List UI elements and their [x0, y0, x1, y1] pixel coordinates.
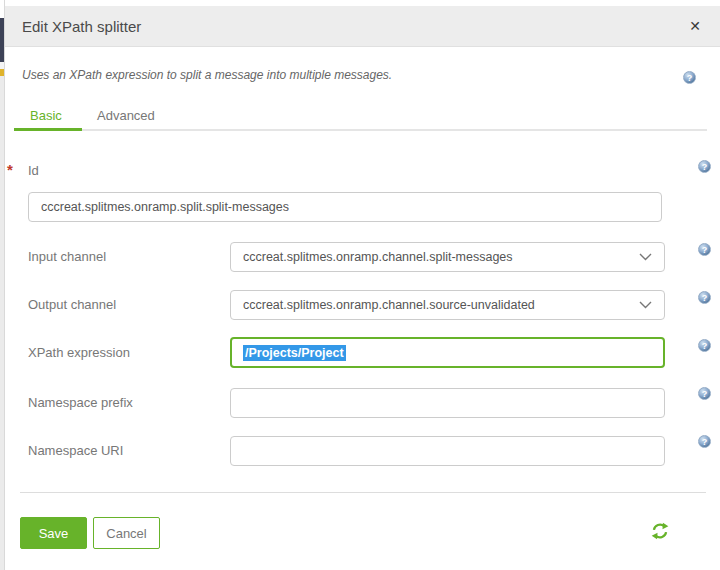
chevron-down-icon [639, 253, 652, 261]
dialog-header: Edit XPath splitter ✕ [5, 6, 720, 47]
dialog-title: Edit XPath splitter [22, 6, 141, 47]
input-channel-value: cccreat.splitmes.onramp.channel.split-me… [243, 250, 513, 264]
help-icon-namespace-prefix[interactable]: ? [698, 387, 711, 400]
active-tab-underline [14, 128, 82, 131]
modal-left-border [4, 0, 5, 570]
help-icon-namespace-uri[interactable]: ? [698, 435, 711, 448]
help-icon-description[interactable]: ? [683, 71, 696, 84]
id-input[interactable] [28, 192, 662, 222]
help-icon-id[interactable]: ? [698, 160, 711, 173]
namespace-uri-label: Namespace URI [28, 443, 123, 458]
output-channel-select[interactable]: cccreat.splitmes.onramp.channel.source-u… [230, 290, 665, 320]
refresh-button[interactable] [650, 522, 670, 542]
required-marker: * [7, 161, 13, 178]
output-channel-value: cccreat.splitmes.onramp.channel.source-u… [243, 298, 535, 312]
cancel-button[interactable]: Cancel [93, 517, 160, 549]
help-icon-xpath[interactable]: ? [698, 339, 711, 352]
xpath-expression-input[interactable]: /Projects/Project [230, 337, 665, 368]
tab-advanced[interactable]: Advanced [97, 108, 155, 123]
input-channel-label: Input channel [28, 249, 106, 264]
tabs-divider [14, 129, 707, 131]
help-icon-output-channel[interactable]: ? [698, 291, 711, 304]
dialog-description: Uses an XPath expression to split a mess… [22, 68, 662, 82]
output-channel-label: Output channel [28, 297, 116, 312]
xpath-selected-text: /Projects/Project [243, 345, 346, 361]
namespace-prefix-input[interactable] [230, 388, 665, 418]
namespace-uri-input[interactable] [230, 436, 665, 466]
namespace-prefix-label: Namespace prefix [28, 395, 133, 410]
edit-xpath-splitter-dialog: Edit XPath splitter ✕ Uses an XPath expr… [0, 0, 720, 570]
refresh-icon [651, 522, 669, 540]
id-label: Id [28, 163, 39, 178]
close-icon[interactable]: ✕ [680, 6, 710, 47]
help-icon-input-channel[interactable]: ? [698, 243, 711, 256]
save-button[interactable]: Save [20, 517, 87, 549]
chevron-down-icon [639, 301, 652, 309]
xpath-expression-label: XPath expression [28, 345, 130, 360]
footer-divider [20, 492, 706, 493]
tab-basic[interactable]: Basic [30, 108, 62, 123]
input-channel-select[interactable]: cccreat.splitmes.onramp.channel.split-me… [230, 242, 665, 272]
